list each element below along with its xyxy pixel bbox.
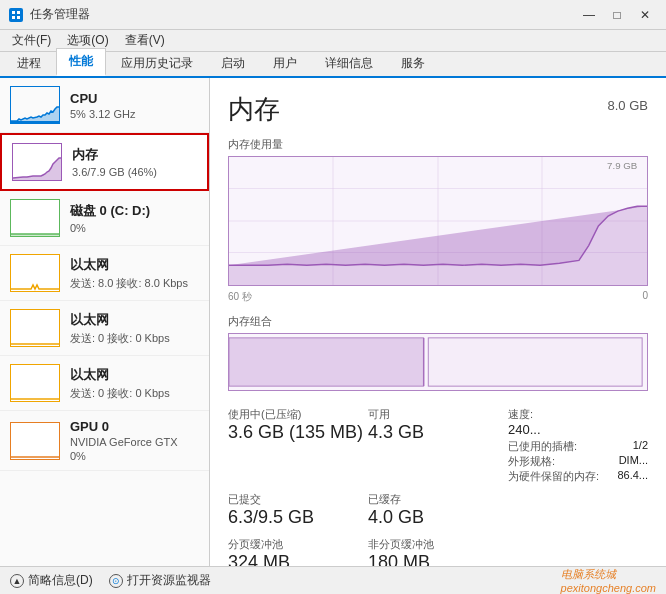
cpu-info: CPU 5% 3.12 GHz xyxy=(70,91,199,120)
sidebar-item-ethernet1[interactable]: 以太网 发送: 8.0 接收: 8.0 Kbps xyxy=(0,246,209,301)
svg-text:7.9 GB: 7.9 GB xyxy=(607,160,637,171)
resource-monitor-icon: ⊙ xyxy=(109,574,123,588)
memory-stat: 3.6/7.9 GB (46%) xyxy=(72,166,197,178)
disk-info: 磁盘 0 (C: D:) 0% xyxy=(70,202,199,234)
tab-details[interactable]: 详细信息 xyxy=(312,50,386,76)
stat-speed-value: 240... xyxy=(508,422,648,437)
ethernet1-stat: 发送: 8.0 接收: 8.0 Kbps xyxy=(70,276,199,291)
ethernet2-thumbnail xyxy=(10,309,60,347)
sidebar-item-ethernet2[interactable]: 以太网 发送: 0 接收: 0 Kbps xyxy=(0,301,209,356)
title-bar-left: 任务管理器 xyxy=(8,6,90,23)
combo-label: 内存组合 xyxy=(228,314,648,329)
summary-button[interactable]: ▲ 简略信息(D) xyxy=(10,572,93,589)
resource-monitor-button[interactable]: ⊙ 打开资源监视器 xyxy=(109,572,211,589)
resource-monitor-label: 打开资源监视器 xyxy=(127,572,211,589)
ethernet2-name: 以太网 xyxy=(70,311,199,329)
stat-available: 可用 4.3 GB xyxy=(368,403,508,488)
app-icon xyxy=(8,7,24,23)
stat-in-use-value: 3.6 GB (135 MB) xyxy=(228,422,368,444)
stat-slots-value: 1/2 xyxy=(633,439,648,454)
stat-nonpaged-value: 180 MB xyxy=(368,552,508,566)
memory-combo-chart xyxy=(228,333,648,391)
svg-rect-15 xyxy=(428,338,642,386)
stat-paged-value: 324 MB xyxy=(228,552,368,566)
right-panel: 内存 8.0 GB 内存使用量 7.9 GB 60 秒 0 xyxy=(210,78,666,566)
tab-bar: 进程 性能 应用历史记录 启动 用户 详细信息 服务 xyxy=(0,52,666,78)
ethernet1-thumbnail xyxy=(10,254,60,292)
maximize-button[interactable]: □ xyxy=(604,5,630,25)
svg-rect-3 xyxy=(12,16,15,19)
ethernet1-info: 以太网 发送: 8.0 接收: 8.0 Kbps xyxy=(70,256,199,291)
stat-cached-label: 已缓存 xyxy=(368,492,508,507)
close-button[interactable]: ✕ xyxy=(632,5,658,25)
sidebar-item-ethernet3[interactable]: 以太网 发送: 0 接收: 0 Kbps xyxy=(0,356,209,411)
ethernet3-stat: 发送: 0 接收: 0 Kbps xyxy=(70,386,199,401)
disk-name: 磁盘 0 (C: D:) xyxy=(70,202,199,220)
tab-app-history[interactable]: 应用历史记录 xyxy=(108,50,206,76)
stat-in-use-label: 使用中(已压缩) xyxy=(228,407,368,422)
stat-empty2 xyxy=(508,488,648,533)
stat-paged-pool: 分页缓冲池 324 MB xyxy=(228,533,368,566)
status-bar: ▲ 简略信息(D) ⊙ 打开资源监视器 电脑系统城 pexitongcheng.… xyxy=(0,566,666,594)
memory-thumbnail xyxy=(12,143,62,181)
stat-cached: 已缓存 4.0 GB xyxy=(368,488,508,533)
memory-total: 8.0 GB xyxy=(608,98,648,113)
tab-performance[interactable]: 性能 xyxy=(56,48,106,76)
chart-time-labels: 60 秒 0 xyxy=(228,290,648,304)
left-panel: CPU 5% 3.12 GHz 内存 3.6/7.9 GB (46%) xyxy=(0,78,210,566)
stat-committed-label: 已提交 xyxy=(228,492,368,507)
ethernet3-thumbnail xyxy=(10,364,60,402)
chart-usage-label: 内存使用量 xyxy=(228,137,648,152)
stats-grid: 使用中(已压缩) 3.6 GB (135 MB) 可用 4.3 GB 速度: 2… xyxy=(228,403,648,566)
svg-rect-0 xyxy=(9,8,23,22)
stat-nonpaged-pool: 非分页缓冲池 180 MB xyxy=(368,533,508,566)
tab-startup[interactable]: 启动 xyxy=(208,50,258,76)
chart-time-left: 60 秒 xyxy=(228,290,252,304)
minimize-button[interactable]: — xyxy=(576,5,602,25)
stat-speed: 速度: 240... 已使用的插槽: 1/2 外形规格: DIM... 为硬件保… xyxy=(508,403,648,488)
memory-info: 内存 3.6/7.9 GB (46%) xyxy=(72,146,197,178)
sidebar-item-memory[interactable]: 内存 3.6/7.9 GB (46%) xyxy=(0,133,209,191)
right-header: 内存 8.0 GB xyxy=(228,92,648,127)
tab-users[interactable]: 用户 xyxy=(260,50,310,76)
gpu-stat2: 0% xyxy=(70,450,199,462)
window-title: 任务管理器 xyxy=(30,6,90,23)
cpu-stat: 5% 3.12 GHz xyxy=(70,108,199,120)
watermark: 电脑系统城 pexitongcheng.com xyxy=(561,567,656,594)
ethernet3-info: 以太网 发送: 0 接收: 0 Kbps xyxy=(70,366,199,401)
stat-slots-label: 已使用的插槽: xyxy=(508,439,577,454)
stat-cached-value: 4.0 GB xyxy=(368,507,508,529)
ethernet2-stat: 发送: 0 接收: 0 Kbps xyxy=(70,331,199,346)
chart-time-right: 0 xyxy=(642,290,648,304)
tab-processes[interactable]: 进程 xyxy=(4,50,54,76)
svg-rect-4 xyxy=(17,16,20,19)
menu-file[interactable]: 文件(F) xyxy=(4,30,59,51)
gpu-info: GPU 0 NVIDIA GeForce GTX 0% xyxy=(70,419,199,462)
memory-title: 内存 xyxy=(228,92,280,127)
gpu-stat: NVIDIA GeForce GTX xyxy=(70,436,199,448)
memory-usage-chart: 7.9 GB xyxy=(228,156,648,286)
disk-thumbnail xyxy=(10,199,60,237)
stat-nonpaged-label: 非分页缓冲池 xyxy=(368,537,508,552)
summary-icon: ▲ xyxy=(10,574,24,588)
stat-available-value: 4.3 GB xyxy=(368,422,508,444)
sidebar-item-disk[interactable]: 磁盘 0 (C: D:) 0% xyxy=(0,191,209,246)
disk-stat: 0% xyxy=(70,222,199,234)
ethernet2-info: 以太网 发送: 0 接收: 0 Kbps xyxy=(70,311,199,346)
sidebar-item-gpu[interactable]: GPU 0 NVIDIA GeForce GTX 0% xyxy=(0,411,209,471)
svg-rect-1 xyxy=(12,11,15,14)
stat-reserved-label: 为硬件保留的内存: xyxy=(508,469,599,484)
svg-rect-14 xyxy=(423,338,424,386)
sidebar-item-cpu[interactable]: CPU 5% 3.12 GHz xyxy=(0,78,209,133)
svg-rect-2 xyxy=(17,11,20,14)
stat-committed-value: 6.3/9.5 GB xyxy=(228,507,368,529)
cpu-name: CPU xyxy=(70,91,199,106)
stat-available-label: 可用 xyxy=(368,407,508,422)
menu-view[interactable]: 查看(V) xyxy=(117,30,173,51)
stat-form-label: 外形规格: xyxy=(508,454,555,469)
tab-services[interactable]: 服务 xyxy=(388,50,438,76)
stat-speed-label: 速度: xyxy=(508,407,648,422)
svg-rect-13 xyxy=(229,338,423,386)
ethernet1-name: 以太网 xyxy=(70,256,199,274)
stat-reserved-value: 86.4... xyxy=(617,469,648,484)
